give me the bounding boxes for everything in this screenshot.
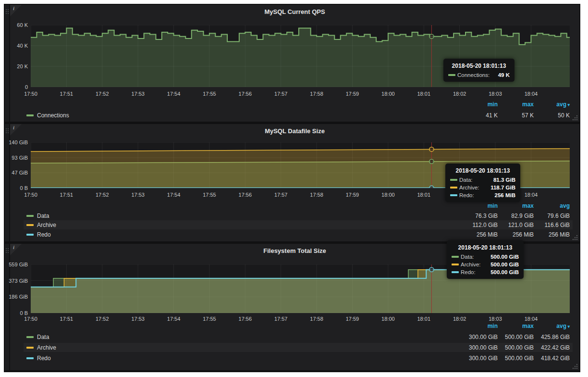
chart-tooltip: 2018-05-20 18:01:13Data:81.3 GiBArchive:…: [445, 163, 520, 202]
legend-label: Redo: [37, 231, 51, 238]
tooltip-value: 49 K: [494, 72, 510, 78]
tooltip-series-color-icon: [452, 256, 459, 258]
legend-stat-avg: 425.86 GiB: [534, 334, 570, 340]
x-axis-label: 18:03: [482, 91, 509, 97]
legend-item-connections[interactable]: Connections: [26, 112, 69, 119]
tooltip-series-name: Redo:: [459, 192, 474, 198]
legend-stat-min: 76.3 GiB: [462, 213, 498, 219]
legend-color-icon: [26, 234, 34, 236]
tooltip-series-color-icon: [448, 74, 455, 76]
panel-title[interactable]: MySQL Datafile Size: [10, 127, 579, 135]
tooltip-row: Redo:256 MiB: [450, 192, 515, 198]
x-axis-label: 17:53: [124, 91, 151, 97]
legend-stat-min: 112.0 GiB: [462, 222, 498, 228]
y-axis-label: 186 GiB: [3, 294, 28, 300]
panel-resize-handle[interactable]: [572, 114, 578, 121]
tooltip-series-name: Data:: [459, 177, 473, 183]
panel-title[interactable]: MySQL Current QPS: [10, 8, 579, 15]
x-axis-label: 17:52: [89, 91, 116, 97]
grip-dots-icon: [5, 128, 9, 134]
legend-stat-values: 256 MiB256 MiB256 MiB: [462, 230, 570, 239]
x-axis-label: 18:04: [517, 316, 544, 322]
legend-header-max[interactable]: max: [498, 202, 534, 209]
legend-header-avg[interactable]: avg ▾: [534, 323, 570, 329]
legend-stat-max: 500.00 GiB: [498, 334, 534, 340]
panel-resize-handle[interactable]: [572, 363, 578, 369]
legend-stat-values: 76.3 GiB82.9 GiB79.6 GiB: [462, 211, 570, 220]
crosshair-marker: [429, 147, 434, 151]
legend-header-avg[interactable]: avg ▾: [534, 101, 570, 108]
legend-stat-min: 300.00 GiB: [462, 344, 498, 351]
grip-dots-icon: [5, 9, 9, 14]
legend-stat-avg: 50 K: [534, 112, 570, 119]
tooltip-series-name: Data:: [461, 254, 474, 260]
legend-row: Archive: [26, 343, 56, 352]
panel-resize-handle[interactable]: [572, 234, 578, 240]
tooltip-series-name: Redo:: [461, 269, 476, 275]
legend-color-icon: [26, 224, 34, 226]
x-axis-label: 17:51: [53, 316, 80, 322]
legend-stat-max: 500.00 GiB: [498, 344, 534, 351]
legend-stat-values: 300.00 GiB500.00 GiB422.42 GiB: [462, 343, 570, 352]
legend-item-data[interactable]: Data: [26, 213, 49, 219]
tooltip-row: Redo:500.00 GiB: [452, 269, 519, 275]
legend-stats-header: minmaxavg: [462, 201, 570, 210]
tooltip-row: Data:500.00 GiB: [452, 254, 519, 260]
legend-row: Archive: [26, 220, 56, 229]
legend-stat-max: 500.00 GiB: [498, 355, 534, 362]
crosshair-marker: [429, 186, 434, 188]
y-axis-label: 40 K: [3, 43, 28, 49]
x-axis-label: 17:50: [17, 192, 44, 198]
x-axis-label: 17:52: [89, 316, 116, 322]
legend-item-archive[interactable]: Archive: [26, 222, 56, 228]
y-axis-label: 373 GiB: [3, 278, 28, 284]
legend-row: Data: [26, 332, 49, 341]
tooltip-timestamp: 2018-05-20 18:01:13: [448, 63, 510, 69]
x-axis-label: 18:01: [410, 91, 437, 97]
legend-label: Archive: [37, 344, 56, 351]
legend-header-min[interactable]: min: [462, 202, 498, 209]
tooltip-value: 500.00 GiB: [487, 262, 519, 267]
x-axis-label: 17:57: [268, 316, 294, 322]
legend-stat-min: 41 K: [462, 112, 498, 119]
legend-stat-avg: 79.6 GiB: [534, 213, 570, 219]
legend-header-avg[interactable]: avg: [534, 202, 570, 209]
x-axis-label: 17:55: [196, 192, 223, 198]
tooltip-row: Archive:118.7 GiB: [450, 185, 515, 190]
legend-item-archive[interactable]: Archive: [26, 344, 56, 351]
legend-stat-avg: 418.42 GiB: [534, 355, 570, 362]
legend-color-icon: [26, 114, 34, 116]
x-axis-label: 17:53: [124, 192, 151, 198]
x-axis-label: 17:54: [160, 316, 187, 322]
legend-header-min[interactable]: min: [462, 323, 498, 329]
tooltip-series-color-icon: [452, 264, 459, 265]
grip-dots-icon: [5, 248, 9, 253]
tooltip-series-color-icon: [452, 271, 459, 273]
legend-item-redo[interactable]: Redo: [26, 355, 51, 362]
legend-header-min[interactable]: min: [462, 101, 498, 108]
legend-header-max[interactable]: max: [498, 323, 534, 329]
x-axis-label: 18:02: [446, 316, 473, 322]
tooltip-row: Data:81.3 GiB: [450, 177, 515, 183]
legend-stat-values: 112.0 GiB121.0 GiB116.6 GiB: [462, 220, 570, 229]
legend-header-max[interactable]: max: [498, 101, 534, 108]
x-axis-label: 18:00: [375, 316, 402, 322]
y-axis-label: 20 K: [3, 63, 28, 69]
x-axis-label: 18:04: [517, 192, 544, 198]
x-axis-label: 18:00: [375, 192, 402, 198]
sort-caret-icon: ▾: [566, 324, 570, 329]
sort-caret-icon: ▾: [566, 102, 570, 107]
legend-row: Connections: [26, 111, 69, 120]
x-axis-label: 17:52: [89, 192, 116, 198]
chart-tooltip: 2018-05-20 18:01:13Data:500.00 GiBArchiv…: [447, 240, 524, 279]
legend-row: Data: [26, 211, 49, 220]
legend-item-data[interactable]: Data: [26, 334, 49, 340]
x-axis-label: 18:02: [446, 91, 473, 97]
legend-item-redo[interactable]: Redo: [26, 231, 51, 238]
legend-stat-max: 256 MiB: [498, 231, 534, 238]
x-axis-label: 17:59: [339, 192, 366, 198]
x-axis-label: 18:01: [410, 316, 437, 322]
crosshair-marker: [429, 34, 434, 38]
legend-stats-header: minmaxavg ▾: [462, 100, 570, 109]
x-axis-label: 17:57: [268, 192, 294, 198]
